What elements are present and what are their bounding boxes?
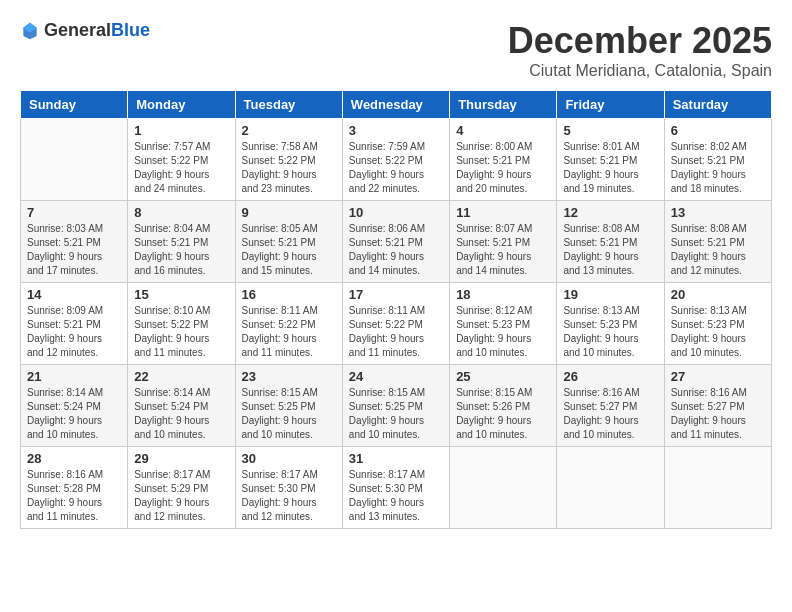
- day-number: 5: [563, 123, 657, 138]
- calendar-cell: 14Sunrise: 8:09 AMSunset: 5:21 PMDayligh…: [21, 283, 128, 365]
- cell-info: Sunrise: 8:09 AMSunset: 5:21 PMDaylight:…: [27, 304, 121, 360]
- cell-info: Sunrise: 8:13 AMSunset: 5:23 PMDaylight:…: [563, 304, 657, 360]
- title-area: December 2025 Ciutat Meridiana, Cataloni…: [508, 20, 772, 80]
- weekday-header-thursday: Thursday: [450, 91, 557, 119]
- cell-info: Sunrise: 7:58 AMSunset: 5:22 PMDaylight:…: [242, 140, 336, 196]
- calendar-cell: 2Sunrise: 7:58 AMSunset: 5:22 PMDaylight…: [235, 119, 342, 201]
- calendar-week-row: 1Sunrise: 7:57 AMSunset: 5:22 PMDaylight…: [21, 119, 772, 201]
- day-number: 11: [456, 205, 550, 220]
- cell-info: Sunrise: 8:03 AMSunset: 5:21 PMDaylight:…: [27, 222, 121, 278]
- cell-info: Sunrise: 8:13 AMSunset: 5:23 PMDaylight:…: [671, 304, 765, 360]
- weekday-header-wednesday: Wednesday: [342, 91, 449, 119]
- calendar-cell: 23Sunrise: 8:15 AMSunset: 5:25 PMDayligh…: [235, 365, 342, 447]
- cell-info: Sunrise: 7:57 AMSunset: 5:22 PMDaylight:…: [134, 140, 228, 196]
- calendar-cell: 7Sunrise: 8:03 AMSunset: 5:21 PMDaylight…: [21, 201, 128, 283]
- calendar-cell: 31Sunrise: 8:17 AMSunset: 5:30 PMDayligh…: [342, 447, 449, 529]
- calendar-cell: 21Sunrise: 8:14 AMSunset: 5:24 PMDayligh…: [21, 365, 128, 447]
- calendar-week-row: 14Sunrise: 8:09 AMSunset: 5:21 PMDayligh…: [21, 283, 772, 365]
- day-number: 27: [671, 369, 765, 384]
- cell-info: Sunrise: 8:15 AMSunset: 5:25 PMDaylight:…: [242, 386, 336, 442]
- day-number: 12: [563, 205, 657, 220]
- cell-info: Sunrise: 7:59 AMSunset: 5:22 PMDaylight:…: [349, 140, 443, 196]
- day-number: 19: [563, 287, 657, 302]
- day-number: 6: [671, 123, 765, 138]
- day-number: 10: [349, 205, 443, 220]
- cell-info: Sunrise: 8:07 AMSunset: 5:21 PMDaylight:…: [456, 222, 550, 278]
- day-number: 25: [456, 369, 550, 384]
- logo-icon: [20, 21, 40, 41]
- day-number: 29: [134, 451, 228, 466]
- day-number: 15: [134, 287, 228, 302]
- day-number: 31: [349, 451, 443, 466]
- calendar-cell: 16Sunrise: 8:11 AMSunset: 5:22 PMDayligh…: [235, 283, 342, 365]
- cell-info: Sunrise: 8:17 AMSunset: 5:30 PMDaylight:…: [242, 468, 336, 524]
- cell-info: Sunrise: 8:16 AMSunset: 5:27 PMDaylight:…: [671, 386, 765, 442]
- calendar-cell: 9Sunrise: 8:05 AMSunset: 5:21 PMDaylight…: [235, 201, 342, 283]
- day-number: 30: [242, 451, 336, 466]
- day-number: 28: [27, 451, 121, 466]
- calendar-cell: 8Sunrise: 8:04 AMSunset: 5:21 PMDaylight…: [128, 201, 235, 283]
- day-number: 17: [349, 287, 443, 302]
- cell-info: Sunrise: 8:04 AMSunset: 5:21 PMDaylight:…: [134, 222, 228, 278]
- calendar-cell: 17Sunrise: 8:11 AMSunset: 5:22 PMDayligh…: [342, 283, 449, 365]
- day-number: 23: [242, 369, 336, 384]
- calendar-week-row: 7Sunrise: 8:03 AMSunset: 5:21 PMDaylight…: [21, 201, 772, 283]
- calendar-week-row: 21Sunrise: 8:14 AMSunset: 5:24 PMDayligh…: [21, 365, 772, 447]
- day-number: 24: [349, 369, 443, 384]
- calendar-table: SundayMondayTuesdayWednesdayThursdayFrid…: [20, 90, 772, 529]
- cell-info: Sunrise: 8:16 AMSunset: 5:28 PMDaylight:…: [27, 468, 121, 524]
- day-number: 2: [242, 123, 336, 138]
- calendar-cell: 19Sunrise: 8:13 AMSunset: 5:23 PMDayligh…: [557, 283, 664, 365]
- cell-info: Sunrise: 8:00 AMSunset: 5:21 PMDaylight:…: [456, 140, 550, 196]
- calendar-week-row: 28Sunrise: 8:16 AMSunset: 5:28 PMDayligh…: [21, 447, 772, 529]
- calendar-cell: 1Sunrise: 7:57 AMSunset: 5:22 PMDaylight…: [128, 119, 235, 201]
- cell-info: Sunrise: 8:17 AMSunset: 5:29 PMDaylight:…: [134, 468, 228, 524]
- cell-info: Sunrise: 8:10 AMSunset: 5:22 PMDaylight:…: [134, 304, 228, 360]
- day-number: 26: [563, 369, 657, 384]
- day-number: 22: [134, 369, 228, 384]
- cell-info: Sunrise: 8:17 AMSunset: 5:30 PMDaylight:…: [349, 468, 443, 524]
- calendar-cell: 18Sunrise: 8:12 AMSunset: 5:23 PMDayligh…: [450, 283, 557, 365]
- calendar-cell: 12Sunrise: 8:08 AMSunset: 5:21 PMDayligh…: [557, 201, 664, 283]
- logo-text-blue: Blue: [111, 20, 150, 40]
- location-title: Ciutat Meridiana, Catalonia, Spain: [508, 62, 772, 80]
- day-number: 13: [671, 205, 765, 220]
- weekday-header-monday: Monday: [128, 91, 235, 119]
- logo-text-general: General: [44, 20, 111, 40]
- calendar-cell: [557, 447, 664, 529]
- calendar-cell: 27Sunrise: 8:16 AMSunset: 5:27 PMDayligh…: [664, 365, 771, 447]
- calendar-cell: 30Sunrise: 8:17 AMSunset: 5:30 PMDayligh…: [235, 447, 342, 529]
- calendar-cell: 13Sunrise: 8:08 AMSunset: 5:21 PMDayligh…: [664, 201, 771, 283]
- weekday-header-saturday: Saturday: [664, 91, 771, 119]
- calendar-cell: 28Sunrise: 8:16 AMSunset: 5:28 PMDayligh…: [21, 447, 128, 529]
- calendar-cell: [450, 447, 557, 529]
- calendar-cell: 11Sunrise: 8:07 AMSunset: 5:21 PMDayligh…: [450, 201, 557, 283]
- cell-info: Sunrise: 8:12 AMSunset: 5:23 PMDaylight:…: [456, 304, 550, 360]
- calendar-cell: 24Sunrise: 8:15 AMSunset: 5:25 PMDayligh…: [342, 365, 449, 447]
- day-number: 7: [27, 205, 121, 220]
- day-number: 21: [27, 369, 121, 384]
- cell-info: Sunrise: 8:15 AMSunset: 5:26 PMDaylight:…: [456, 386, 550, 442]
- day-number: 8: [134, 205, 228, 220]
- cell-info: Sunrise: 8:08 AMSunset: 5:21 PMDaylight:…: [671, 222, 765, 278]
- month-title: December 2025: [508, 20, 772, 62]
- weekday-header-tuesday: Tuesday: [235, 91, 342, 119]
- calendar-cell: 10Sunrise: 8:06 AMSunset: 5:21 PMDayligh…: [342, 201, 449, 283]
- day-number: 16: [242, 287, 336, 302]
- calendar-cell: 6Sunrise: 8:02 AMSunset: 5:21 PMDaylight…: [664, 119, 771, 201]
- day-number: 18: [456, 287, 550, 302]
- calendar-cell: [21, 119, 128, 201]
- cell-info: Sunrise: 8:11 AMSunset: 5:22 PMDaylight:…: [242, 304, 336, 360]
- cell-info: Sunrise: 8:02 AMSunset: 5:21 PMDaylight:…: [671, 140, 765, 196]
- cell-info: Sunrise: 8:16 AMSunset: 5:27 PMDaylight:…: [563, 386, 657, 442]
- calendar-cell: 15Sunrise: 8:10 AMSunset: 5:22 PMDayligh…: [128, 283, 235, 365]
- calendar-cell: 22Sunrise: 8:14 AMSunset: 5:24 PMDayligh…: [128, 365, 235, 447]
- calendar-cell: [664, 447, 771, 529]
- cell-info: Sunrise: 8:14 AMSunset: 5:24 PMDaylight:…: [27, 386, 121, 442]
- weekday-header-friday: Friday: [557, 91, 664, 119]
- logo: GeneralBlue: [20, 20, 150, 41]
- calendar-cell: 26Sunrise: 8:16 AMSunset: 5:27 PMDayligh…: [557, 365, 664, 447]
- day-number: 3: [349, 123, 443, 138]
- calendar-cell: 3Sunrise: 7:59 AMSunset: 5:22 PMDaylight…: [342, 119, 449, 201]
- calendar-cell: 5Sunrise: 8:01 AMSunset: 5:21 PMDaylight…: [557, 119, 664, 201]
